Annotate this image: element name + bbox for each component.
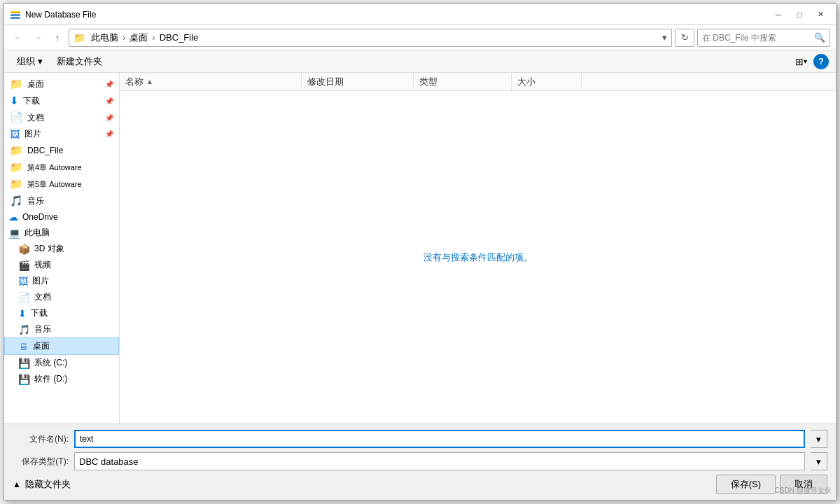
organize-button[interactable]: 组织 ▾	[11, 53, 48, 70]
refresh-button[interactable]: ↻	[675, 29, 694, 47]
toolbar-right: ⊞ ▾ ?	[791, 53, 829, 70]
video-icon: 🎬	[18, 260, 30, 271]
crumb-desktop[interactable]: 桌面	[127, 31, 150, 45]
save-button[interactable]: 保存(S)	[716, 475, 776, 494]
desktop2-icon: 🖥	[19, 341, 29, 352]
organize-label: 组织 ▾	[17, 55, 43, 68]
soft-d-icon: 💾	[18, 374, 30, 385]
close-button[interactable]: ✕	[811, 8, 830, 22]
folder-dbc-icon: 📁	[10, 144, 23, 157]
computer-icon: 💻	[8, 227, 20, 239]
crumb-this-pc[interactable]: 此电脑	[88, 31, 121, 45]
filetype-row: 保存类型(T): DBC database ▾	[13, 452, 827, 470]
pin-icon-2: 📌	[105, 97, 113, 105]
sidebar-item-downloads2[interactable]: ⬇ 下载	[4, 305, 119, 321]
bottom-area: 文件名(N): ▾ 保存类型(T): DBC database ▾ ▲ 隐藏文件…	[4, 424, 836, 500]
nav-toolbar: ← → ↑ 📁 此电脑 › 桌面 › DBC_File ▾ ↻ 🔍	[4, 25, 836, 50]
back-button[interactable]: ←	[10, 29, 27, 46]
sidebar-item-music2[interactable]: 🎵 音乐	[4, 321, 119, 337]
view-icon: ⊞	[795, 56, 804, 67]
file-list-body: 没有与搜索条件匹配的项。	[120, 91, 836, 424]
forward-button[interactable]: →	[29, 29, 46, 46]
filetype-value: DBC database	[79, 456, 139, 467]
pin-icon-3: 📌	[105, 114, 113, 122]
sort-arrow: ▲	[146, 78, 153, 85]
sidebar-section-onedrive[interactable]: ☁ OneDrive	[4, 209, 119, 225]
docs2-icon: 📄	[18, 292, 30, 303]
sidebar-item-docs2[interactable]: 📄 文档	[4, 289, 119, 305]
sidebar-item-pictures[interactable]: 🖼 图片 📌	[4, 126, 119, 142]
pin-icon: 📌	[105, 80, 113, 88]
pin-icon-4: 📌	[105, 130, 113, 138]
main-area: 📁 桌面 📌 ⬇ 下载 📌 📄 文档 📌 🖼 图片 📌 📁 DB	[4, 73, 836, 424]
file-list-header: 名称 ▲ 修改日期 类型 大小	[120, 73, 836, 91]
sys-c-icon: 💾	[18, 358, 30, 369]
folder-blue-icon: 📁	[10, 78, 23, 90]
view-dropdown-icon: ▾	[804, 57, 807, 65]
folder-icon: 📁	[74, 32, 85, 43]
view-toggle-button[interactable]: ⊞ ▾	[791, 53, 811, 70]
new-folder-label: 新建文件夹	[57, 55, 102, 68]
bottom-actions: ▲ 隐藏文件夹 保存(S) 取消	[13, 475, 827, 494]
sidebar-section-computer[interactable]: 💻 此电脑	[4, 225, 119, 241]
filename-label: 文件名(N):	[13, 433, 69, 445]
sidebar-item-desktop2[interactable]: 🖥 桌面	[4, 337, 119, 355]
empty-message: 没有与搜索条件匹配的项。	[424, 251, 533, 264]
col-date-header[interactable]: 修改日期	[302, 73, 414, 90]
folder-ch4-icon: 📁	[10, 161, 23, 174]
new-folder-button[interactable]: 新建文件夹	[51, 53, 108, 70]
sidebar-item-docs[interactable]: 📄 文档 📌	[4, 109, 119, 126]
help-label: ?	[818, 56, 824, 66]
search-icon: 🔍	[814, 32, 825, 43]
crumb-dbc-file[interactable]: DBC_File	[157, 31, 202, 43]
maximize-button[interactable]: □	[790, 8, 809, 22]
dropdown-arrow-icon: ▾	[816, 434, 821, 444]
col-name-header[interactable]: 名称 ▲	[120, 73, 302, 90]
filename-input-wrapper	[74, 430, 805, 448]
sidebar-item-ch4[interactable]: 📁 第4章 Autoware	[4, 159, 119, 176]
downloads2-icon: ⬇	[18, 308, 27, 319]
col-type-header[interactable]: 类型	[414, 73, 512, 90]
dialog-icon	[10, 9, 21, 20]
folder-docs-icon: 📄	[10, 111, 23, 124]
sidebar-item-video[interactable]: 🎬 视频	[4, 257, 119, 273]
sidebar-item-pictures2[interactable]: 🖼 图片	[4, 273, 119, 289]
up-button[interactable]: ↑	[49, 29, 66, 46]
music1-icon: 🎵	[10, 195, 23, 207]
onedrive-icon: ☁	[8, 211, 18, 223]
file-list: 名称 ▲ 修改日期 类型 大小 没有与搜索条件匹配的项。	[120, 73, 836, 424]
filename-row: 文件名(N): ▾	[13, 430, 827, 448]
title-bar: New Database File ─ □ ✕	[4, 4, 836, 25]
filename-dropdown-button[interactable]: ▾	[811, 430, 827, 448]
col-size-header[interactable]: 大小	[512, 73, 582, 90]
filename-input[interactable]	[74, 430, 805, 448]
filetype-dropdown-icon: ▾	[816, 456, 821, 467]
sidebar-item-music1[interactable]: 🎵 音乐	[4, 192, 119, 209]
download-icon: ⬇	[10, 94, 19, 107]
sidebar-item-sys-c[interactable]: 💾 系统 (C:)	[4, 355, 119, 371]
folder-pics-icon: 🖼	[10, 128, 20, 140]
svg-rect-2	[10, 17, 20, 19]
hide-folders-label: 隐藏文件夹	[25, 478, 71, 491]
search-input[interactable]	[702, 33, 811, 43]
address-expand-icon[interactable]: ▾	[662, 32, 667, 43]
sidebar-item-ch5[interactable]: 📁 第5章 Autoware	[4, 176, 119, 192]
sidebar-item-dbc[interactable]: 📁 DBC_File	[4, 142, 119, 159]
hide-folders-button[interactable]: ▲ 隐藏文件夹	[13, 478, 71, 491]
watermark: CSDN @搜寻女伙	[775, 486, 832, 496]
sec-toolbar: 组织 ▾ 新建文件夹 ⊞ ▾ ?	[4, 50, 836, 73]
filetype-dropdown-button[interactable]: ▾	[811, 452, 827, 470]
sidebar-item-3d[interactable]: 📦 3D 对象	[4, 241, 119, 257]
filetype-label: 保存类型(T):	[13, 456, 69, 468]
3d-icon: 📦	[18, 244, 30, 255]
breadcrumb: 此电脑 › 桌面 › DBC_File	[88, 31, 201, 45]
minimize-button[interactable]: ─	[769, 8, 788, 22]
help-button[interactable]: ?	[813, 54, 829, 69]
sidebar-item-soft-d[interactable]: 💾 软件 (D:)	[4, 371, 119, 387]
sidebar-item-desktop[interactable]: 📁 桌面 📌	[4, 76, 119, 92]
filetype-select[interactable]: DBC database	[74, 452, 805, 470]
music2-icon: 🎵	[18, 324, 30, 335]
hide-folders-arrow: ▲	[13, 479, 21, 489]
sidebar-item-downloads[interactable]: ⬇ 下载 📌	[4, 92, 119, 109]
pictures2-icon: 🖼	[18, 276, 28, 287]
